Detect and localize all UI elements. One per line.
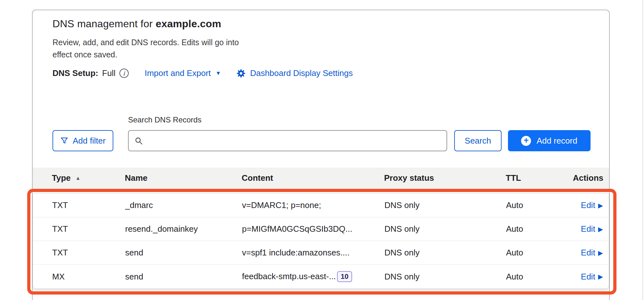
dns-table-header: Type ▲ Name Content Proxy status TTL Act… (33, 168, 609, 188)
cell-ttl: Auto (506, 272, 567, 282)
plus-icon: + (521, 136, 531, 146)
filter-funnel-icon (60, 137, 68, 145)
column-header-type-label: Type (52, 173, 71, 183)
cell-proxy-status: DNS only (384, 272, 506, 282)
edit-arrow-icon: ▶ (598, 250, 603, 256)
card-head: DNS management for example.com Review, a… (52, 18, 591, 78)
dns-table-body: TXT _dmarc v=DMARC1; p=none; DNS only Au… (33, 193, 609, 289)
table-row: MX send feedback-smtp.us-east-... 10 DNS… (33, 265, 609, 288)
cell-name: send (125, 272, 242, 282)
dashboard-display-settings-label: Dashboard Display Settings (250, 68, 353, 78)
search-icon (134, 136, 143, 145)
cell-type: TXT (33, 248, 125, 258)
search-button[interactable]: Search (454, 130, 502, 151)
search-input[interactable] (148, 131, 442, 150)
cell-type: TXT (33, 224, 125, 234)
cell-type: TXT (33, 200, 125, 210)
edit-label: Edit (581, 224, 595, 234)
dns-setup-value: Full (102, 68, 116, 78)
page-title-domain: example.com (156, 18, 221, 29)
cell-name: _dmarc (125, 200, 242, 210)
add-filter-button[interactable]: Add filter (52, 130, 113, 151)
cell-name: send (125, 248, 242, 258)
dns-management-card: DNS management for example.com Review, a… (32, 10, 610, 300)
add-record-label: Add record (536, 136, 577, 146)
search-button-label: Search (465, 136, 491, 146)
column-header-ttl: TTL (506, 173, 567, 183)
column-header-actions: Actions (567, 173, 609, 183)
cell-ttl: Auto (506, 224, 567, 234)
edit-record-button[interactable]: Edit▶ (581, 200, 603, 210)
add-record-button[interactable]: + Add record (508, 130, 591, 151)
info-icon[interactable]: i (119, 69, 129, 78)
page-title: DNS management for example.com (52, 18, 591, 30)
cell-content: v=DMARC1; p=none; (242, 200, 384, 210)
page-subtitle: Review, add, and edit DNS records. Edits… (52, 36, 245, 61)
gear-icon (236, 69, 246, 78)
edit-record-button[interactable]: Edit▶ (581, 248, 603, 258)
mx-priority-badge: 10 (337, 271, 352, 282)
cell-content: feedback-smtp.us-east-... 10 (242, 271, 384, 282)
cell-name: resend._domainkey (125, 224, 242, 234)
column-header-type[interactable]: Type ▲ (33, 173, 125, 183)
column-header-proxy-status: Proxy status (384, 173, 506, 183)
cell-proxy-status: DNS only (384, 224, 506, 234)
dns-toolbar: Search DNS Records Add filter Search + A… (52, 130, 591, 151)
import-export-label: Import and Export (145, 68, 211, 78)
dns-setup-label: DNS Setup: (52, 68, 98, 78)
cell-ttl: Auto (506, 248, 567, 258)
search-dns-records-label: Search DNS Records (128, 115, 201, 124)
cell-content: v=spf1 include:amazonses.... (242, 248, 384, 258)
edit-record-button[interactable]: Edit▶ (581, 224, 603, 234)
panel-edge-divider (642, 0, 643, 300)
cell-ttl: Auto (506, 200, 567, 210)
cell-type: MX (33, 272, 125, 282)
table-row: TXT _dmarc v=DMARC1; p=none; DNS only Au… (33, 194, 609, 217)
add-filter-label: Add filter (73, 136, 106, 146)
edit-arrow-icon: ▶ (598, 202, 603, 209)
edit-record-button[interactable]: Edit▶ (581, 272, 603, 282)
cell-content: p=MIGfMA0GCSqGSIb3DQ... (242, 224, 384, 234)
edit-arrow-icon: ▶ (598, 226, 603, 232)
edit-label: Edit (581, 200, 595, 210)
dns-setup-row: DNS Setup: Full i Import and Export ▼ (52, 68, 591, 78)
chevron-down-icon: ▼ (216, 71, 221, 76)
cell-proxy-status: DNS only (384, 200, 506, 210)
column-header-content: Content (242, 173, 384, 183)
cell-proxy-status: DNS only (384, 248, 506, 258)
page-title-prefix: DNS management for (52, 18, 156, 29)
table-row: TXT send v=spf1 include:amazonses.... DN… (33, 241, 609, 265)
edit-label: Edit (581, 272, 595, 282)
cell-content-text: feedback-smtp.us-east-... (242, 271, 336, 281)
sort-ascending-icon: ▲ (76, 175, 81, 181)
column-header-name: Name (125, 173, 242, 183)
dashboard-display-settings-link[interactable]: Dashboard Display Settings (236, 68, 353, 78)
import-export-link[interactable]: Import and Export ▼ (145, 68, 221, 78)
edit-label: Edit (581, 248, 595, 258)
search-box (128, 130, 447, 151)
edit-arrow-icon: ▶ (598, 273, 603, 280)
table-row: TXT resend._domainkey p=MIGfMA0GCSqGSIb3… (33, 217, 609, 241)
